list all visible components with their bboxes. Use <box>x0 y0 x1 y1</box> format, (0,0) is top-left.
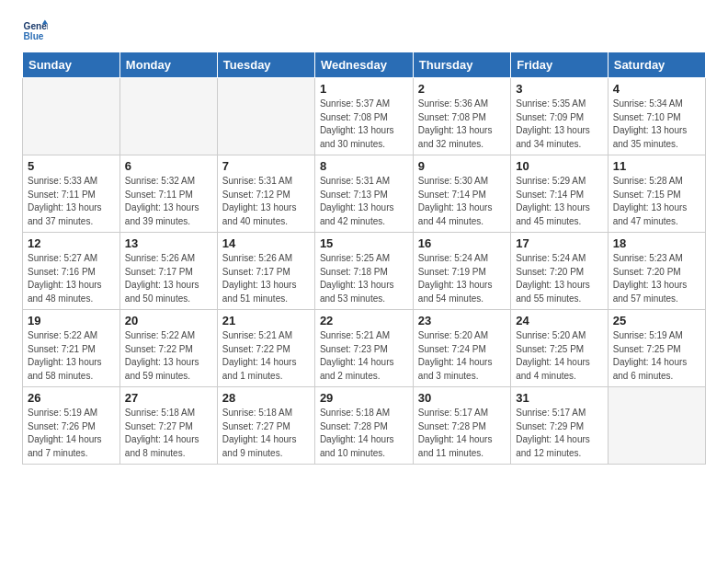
day-number: 20 <box>125 314 212 327</box>
day-detail: Sunrise: 5:33 AM Sunset: 7:11 PM Dayligh… <box>28 175 115 228</box>
day-detail: Sunrise: 5:19 AM Sunset: 7:25 PM Dayligh… <box>613 329 700 383</box>
calendar-cell: 30Sunrise: 5:17 AM Sunset: 7:28 PM Dayli… <box>413 387 510 465</box>
day-detail: Sunrise: 5:20 AM Sunset: 7:24 PM Dayligh… <box>418 329 506 383</box>
day-detail: Sunrise: 5:24 AM Sunset: 7:20 PM Dayligh… <box>516 252 603 305</box>
calendar-week-5: 26Sunrise: 5:19 AM Sunset: 7:26 PM Dayli… <box>23 387 706 465</box>
weekday-header-sunday: Sunday <box>23 52 120 78</box>
day-number: 31 <box>516 391 603 405</box>
day-number: 14 <box>222 236 310 250</box>
day-detail: Sunrise: 5:31 AM Sunset: 7:12 PM Dayligh… <box>222 175 310 228</box>
day-detail: Sunrise: 5:18 AM Sunset: 7:28 PM Dayligh… <box>320 407 408 460</box>
weekday-header-saturday: Saturday <box>608 52 705 78</box>
calendar-cell: 11Sunrise: 5:28 AM Sunset: 7:15 PM Dayli… <box>608 155 705 233</box>
day-detail: Sunrise: 5:21 AM Sunset: 7:22 PM Dayligh… <box>222 329 310 383</box>
calendar-cell <box>23 78 120 155</box>
day-detail: Sunrise: 5:37 AM Sunset: 7:08 PM Dayligh… <box>320 98 408 151</box>
day-number: 4 <box>613 82 700 96</box>
calendar-cell: 1Sunrise: 5:37 AM Sunset: 7:08 PM Daylig… <box>314 78 413 155</box>
calendar-cell: 10Sunrise: 5:29 AM Sunset: 7:14 PM Dayli… <box>511 155 609 233</box>
weekday-header-thursday: Thursday <box>413 52 510 78</box>
day-detail: Sunrise: 5:36 AM Sunset: 7:08 PM Dayligh… <box>418 98 506 151</box>
day-number: 16 <box>418 236 506 250</box>
calendar-table: SundayMondayTuesdayWednesdayThursdayFrid… <box>22 52 706 465</box>
day-number: 21 <box>222 314 310 327</box>
page-header: General Blue <box>22 18 706 44</box>
calendar-cell: 19Sunrise: 5:22 AM Sunset: 7:21 PM Dayli… <box>23 310 120 387</box>
day-number: 2 <box>418 82 506 96</box>
calendar-cell: 12Sunrise: 5:27 AM Sunset: 7:16 PM Dayli… <box>23 233 120 310</box>
weekday-header-row: SundayMondayTuesdayWednesdayThursdayFrid… <box>23 52 706 78</box>
calendar-cell: 29Sunrise: 5:18 AM Sunset: 7:28 PM Dayli… <box>314 387 413 465</box>
calendar-cell: 22Sunrise: 5:21 AM Sunset: 7:23 PM Dayli… <box>314 310 413 387</box>
calendar-cell: 7Sunrise: 5:31 AM Sunset: 7:12 PM Daylig… <box>217 155 314 233</box>
day-detail: Sunrise: 5:24 AM Sunset: 7:19 PM Dayligh… <box>418 252 506 305</box>
calendar-cell: 26Sunrise: 5:19 AM Sunset: 7:26 PM Dayli… <box>23 387 120 465</box>
calendar-cell: 5Sunrise: 5:33 AM Sunset: 7:11 PM Daylig… <box>23 155 120 233</box>
calendar-cell: 9Sunrise: 5:30 AM Sunset: 7:14 PM Daylig… <box>413 155 510 233</box>
calendar-cell: 15Sunrise: 5:25 AM Sunset: 7:18 PM Dayli… <box>314 233 413 310</box>
day-number: 9 <box>418 159 506 173</box>
day-number: 30 <box>418 391 506 405</box>
calendar-cell: 18Sunrise: 5:23 AM Sunset: 7:20 PM Dayli… <box>608 233 705 310</box>
day-number: 1 <box>320 82 408 96</box>
day-detail: Sunrise: 5:35 AM Sunset: 7:09 PM Dayligh… <box>516 98 603 151</box>
day-number: 22 <box>320 314 408 327</box>
calendar-cell: 27Sunrise: 5:18 AM Sunset: 7:27 PM Dayli… <box>119 387 217 465</box>
day-number: 5 <box>28 159 115 173</box>
calendar-cell: 4Sunrise: 5:34 AM Sunset: 7:10 PM Daylig… <box>608 78 705 155</box>
day-number: 12 <box>28 236 115 250</box>
day-number: 8 <box>320 159 408 173</box>
day-detail: Sunrise: 5:21 AM Sunset: 7:23 PM Dayligh… <box>320 329 408 383</box>
calendar-cell: 20Sunrise: 5:22 AM Sunset: 7:22 PM Dayli… <box>119 310 217 387</box>
calendar-cell: 25Sunrise: 5:19 AM Sunset: 7:25 PM Dayli… <box>608 310 705 387</box>
day-number: 6 <box>125 159 212 173</box>
weekday-header-friday: Friday <box>511 52 609 78</box>
day-number: 23 <box>418 314 506 327</box>
calendar-week-3: 12Sunrise: 5:27 AM Sunset: 7:16 PM Dayli… <box>23 233 706 310</box>
day-number: 26 <box>28 391 115 405</box>
calendar-cell: 21Sunrise: 5:21 AM Sunset: 7:22 PM Dayli… <box>217 310 314 387</box>
day-number: 27 <box>125 391 212 405</box>
day-number: 29 <box>320 391 408 405</box>
calendar-cell: 13Sunrise: 5:26 AM Sunset: 7:17 PM Dayli… <box>119 233 217 310</box>
calendar-week-1: 1Sunrise: 5:37 AM Sunset: 7:08 PM Daylig… <box>23 78 706 155</box>
day-detail: Sunrise: 5:34 AM Sunset: 7:10 PM Dayligh… <box>613 98 700 151</box>
calendar-cell: 6Sunrise: 5:32 AM Sunset: 7:11 PM Daylig… <box>119 155 217 233</box>
day-detail: Sunrise: 5:26 AM Sunset: 7:17 PM Dayligh… <box>125 252 212 305</box>
day-number: 28 <box>222 391 310 405</box>
weekday-header-monday: Monday <box>119 52 217 78</box>
calendar-cell: 16Sunrise: 5:24 AM Sunset: 7:19 PM Dayli… <box>413 233 510 310</box>
day-detail: Sunrise: 5:17 AM Sunset: 7:29 PM Dayligh… <box>516 407 603 460</box>
calendar-cell: 8Sunrise: 5:31 AM Sunset: 7:13 PM Daylig… <box>314 155 413 233</box>
day-detail: Sunrise: 5:29 AM Sunset: 7:14 PM Dayligh… <box>516 175 603 228</box>
day-number: 19 <box>28 314 115 327</box>
calendar-cell: 28Sunrise: 5:18 AM Sunset: 7:27 PM Dayli… <box>217 387 314 465</box>
day-number: 17 <box>516 236 603 250</box>
day-number: 10 <box>516 159 603 173</box>
calendar-cell: 24Sunrise: 5:20 AM Sunset: 7:25 PM Dayli… <box>511 310 609 387</box>
day-detail: Sunrise: 5:27 AM Sunset: 7:16 PM Dayligh… <box>28 252 115 305</box>
day-number: 7 <box>222 159 310 173</box>
logo-icon: General Blue <box>22 18 48 44</box>
calendar-cell: 3Sunrise: 5:35 AM Sunset: 7:09 PM Daylig… <box>511 78 609 155</box>
day-detail: Sunrise: 5:26 AM Sunset: 7:17 PM Dayligh… <box>222 252 310 305</box>
calendar-cell: 14Sunrise: 5:26 AM Sunset: 7:17 PM Dayli… <box>217 233 314 310</box>
calendar-cell <box>119 78 217 155</box>
day-number: 25 <box>613 314 700 327</box>
day-detail: Sunrise: 5:28 AM Sunset: 7:15 PM Dayligh… <box>613 175 700 228</box>
svg-text:Blue: Blue <box>24 31 44 41</box>
day-detail: Sunrise: 5:23 AM Sunset: 7:20 PM Dayligh… <box>613 252 700 305</box>
day-detail: Sunrise: 5:20 AM Sunset: 7:25 PM Dayligh… <box>516 329 603 383</box>
day-detail: Sunrise: 5:19 AM Sunset: 7:26 PM Dayligh… <box>28 407 115 460</box>
day-number: 24 <box>516 314 603 327</box>
day-number: 3 <box>516 82 603 96</box>
weekday-header-wednesday: Wednesday <box>314 52 413 78</box>
day-detail: Sunrise: 5:25 AM Sunset: 7:18 PM Dayligh… <box>320 252 408 305</box>
day-detail: Sunrise: 5:32 AM Sunset: 7:11 PM Dayligh… <box>125 175 212 228</box>
calendar-cell: 17Sunrise: 5:24 AM Sunset: 7:20 PM Dayli… <box>511 233 609 310</box>
calendar-cell: 23Sunrise: 5:20 AM Sunset: 7:24 PM Dayli… <box>413 310 510 387</box>
calendar-week-4: 19Sunrise: 5:22 AM Sunset: 7:21 PM Dayli… <box>23 310 706 387</box>
day-detail: Sunrise: 5:30 AM Sunset: 7:14 PM Dayligh… <box>418 175 506 228</box>
calendar-cell <box>608 387 705 465</box>
logo: General Blue <box>22 18 51 44</box>
